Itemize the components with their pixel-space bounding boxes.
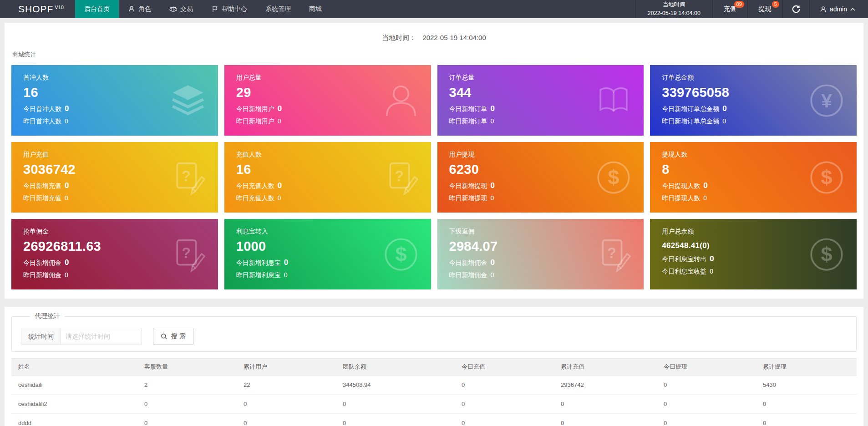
col-total-users: 累计用户 — [237, 359, 336, 375]
content-time-value: 2022-05-19 14:04:00 — [422, 34, 486, 41]
filter-form: 统计时间 搜 索 — [21, 328, 847, 345]
col-name: 姓名 — [11, 359, 137, 375]
nav-item-roles[interactable]: 角色 — [119, 0, 160, 18]
doc-edit-icon — [383, 159, 419, 196]
search-icon — [161, 333, 168, 340]
nav-item-help-center[interactable]: 帮助中心 — [202, 0, 256, 18]
agent-stats-table: 姓名 客服数量 累计用户 团队余额 今日充值 累计充值 今日提现 累计提现 ce… — [11, 358, 857, 426]
withdraw-badge: 5 — [772, 1, 779, 8]
flag-icon — [211, 5, 218, 13]
nav-item-mall[interactable]: 商城 — [300, 0, 331, 18]
agent-stats-panel: 代理统计 统计时间 搜 索 姓名 客服数量 累计用户 团队余额 — [5, 307, 863, 426]
table-header-row: 姓名 客服数量 累计用户 团队余额 今日充值 累计充值 今日提现 累计提现 — [11, 359, 857, 375]
nav-item-trade[interactable]: 交易 — [160, 0, 202, 18]
stat-card-user-withdraw: 用户提现 6230 今日新增提现0 昨日新增提现0 — [437, 142, 644, 213]
content-time-label: 当地时间： — [382, 34, 416, 41]
local-time-block: 当地时间 2022-05-19 14:04:00 — [635, 0, 712, 18]
col-today-recharge: 今日充值 — [455, 359, 554, 375]
stat-card-total-users: 用户总量 29 今日新增用户0 昨日新增用户0 — [224, 65, 431, 136]
main-menu: 后台首页 角色 交易 帮助中心 系统管理 — [75, 0, 331, 18]
agent-stats-fieldset: 代理统计 统计时间 搜 索 — [11, 312, 857, 352]
local-time-value: 2022-05-19 14:04:00 — [648, 9, 700, 18]
nav-item-home[interactable]: 后台首页 — [75, 0, 119, 18]
stat-card-first-recharge-users: 首冲人数 16 今日首冲人数0 昨日首冲人数0 — [11, 65, 218, 136]
chevron-up-icon — [850, 8, 855, 11]
shop-stats-title: 商城统计 — [12, 51, 857, 59]
dollar-icon — [383, 236, 419, 273]
withdraw-button[interactable]: 提现 5 — [747, 0, 782, 18]
stat-card-order-commission: 抢单佣金 26926811.63 今日新增佣金0 昨日新增佣金0 — [11, 219, 218, 289]
logo-text: SHOPF — [18, 4, 53, 15]
yen-icon — [808, 82, 845, 119]
stat-card-user-recharge: 用户充值 3036742 今日新增充值0 昨日新增充值0 — [11, 142, 218, 213]
content-local-time: 当地时间： 2022-05-19 14:04:00 — [11, 27, 857, 51]
stat-card-recharge-users: 充值人数 16 今日充值人数0 昨日充值人数0 — [224, 142, 431, 213]
local-time-label: 当地时间 — [663, 0, 685, 9]
scales-icon — [169, 5, 177, 13]
col-today-withdraw: 今日提现 — [657, 359, 756, 375]
doc-edit-icon — [170, 236, 206, 273]
dollar-icon — [595, 159, 632, 196]
dollar-icon — [808, 159, 845, 196]
nav-item-system[interactable]: 系统管理 — [256, 0, 300, 18]
doc-edit-icon — [170, 159, 206, 196]
stat-card-total-order-amount: 订单总金额 339765058 今日新增订单总金额0 昨日新增订单总金额0 — [650, 65, 857, 136]
app-logo: SHOPFV10 — [0, 0, 75, 18]
book-icon — [595, 82, 632, 119]
username: admin — [830, 5, 847, 13]
recharge-badge: 89 — [734, 1, 744, 8]
layers-icon — [170, 82, 206, 119]
logo-version: V10 — [55, 5, 64, 10]
col-total-recharge: 累计充值 — [554, 359, 657, 375]
navbar-right: 当地时间 2022-05-19 14:04:00 充值 89 提现 5 admi… — [635, 0, 868, 18]
user-menu[interactable]: admin — [809, 0, 868, 18]
refresh-button[interactable] — [782, 0, 809, 18]
doc-edit-icon — [595, 236, 632, 273]
top-navbar: SHOPFV10 后台首页 角色 交易 帮 — [0, 0, 868, 18]
col-service-count: 客服数量 — [137, 359, 237, 375]
table-row: ceshidaili 2 22 344508.94 0 2936742 0 54… — [11, 375, 857, 395]
user-icon — [128, 5, 135, 13]
shop-stats-panel: 当地时间： 2022-05-19 14:04:00 商城统计 首冲人数 16 今… — [5, 23, 863, 299]
refresh-icon — [792, 5, 800, 13]
stat-card-withdraw-users: 提现人数 8 今日提现人数0 昨日提现人数0 — [650, 142, 857, 213]
stats-time-input[interactable] — [61, 328, 142, 345]
col-team-balance: 团队余额 — [336, 359, 455, 375]
recharge-button[interactable]: 充值 89 — [712, 0, 747, 18]
stat-card-user-total-balance: 用户总余额 462548.41(0) 今日利息宝转出0 今日利息宝收益0 — [650, 219, 857, 289]
stat-card-interest-transfer-in: 利息宝转入 1000 今日新增利息宝0 昨日新增利息宝0 — [224, 219, 431, 289]
filter-label: 统计时间 — [21, 328, 61, 345]
table-row: ceshidalili2 0 0 0 0 0 0 0 — [11, 395, 857, 414]
user-icon — [383, 82, 419, 119]
dollar-icon — [808, 236, 845, 273]
col-total-withdraw: 累计提现 — [756, 359, 857, 375]
stat-card-total-orders: 订单总量 344 今日新增订单0 昨日新增订单0 — [437, 65, 644, 136]
search-button[interactable]: 搜 索 — [153, 328, 193, 345]
stat-card-sub-rebate: 下级返佣 2984.07 今日新增佣金0 昨日新增佣金0 — [437, 219, 644, 289]
agent-stats-title: 代理统计 — [30, 312, 65, 320]
stat-cards-grid: 首冲人数 16 今日首冲人数0 昨日首冲人数0 用户总量 29 今日新增用户0 … — [11, 65, 857, 289]
table-row: dddd 0 0 0 0 0 0 0 — [11, 414, 857, 426]
user-icon — [820, 6, 827, 13]
